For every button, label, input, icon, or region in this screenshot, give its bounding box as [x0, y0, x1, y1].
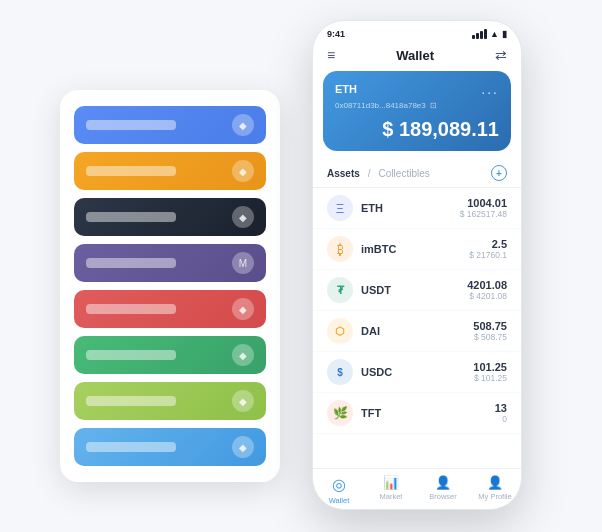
token-amount: 13	[495, 402, 507, 414]
card-label	[86, 396, 176, 406]
token-name: DAI	[361, 325, 473, 337]
card-icon: ◆	[232, 206, 254, 228]
card-icon: M	[232, 252, 254, 274]
token-info: DAI	[361, 325, 473, 337]
eth-card-name: ETH	[335, 83, 357, 95]
token-name: TFT	[361, 407, 495, 419]
nav-wallet[interactable]: ◎ Wallet	[313, 475, 365, 505]
token-amount: 1004.01	[460, 197, 507, 209]
assets-tabs: Assets / Collectibles	[327, 168, 430, 179]
eth-wallet-card[interactable]: ETH ... 0x08711d3b...8418a78e3 ⊡ $ 189,0…	[323, 71, 511, 151]
browser-nav-icon: 👤	[435, 475, 451, 490]
list-item[interactable]: ◆	[74, 152, 266, 190]
card-label	[86, 166, 176, 176]
list-item[interactable]: M	[74, 244, 266, 282]
token-amount: 508.75	[473, 320, 507, 332]
table-row[interactable]: Ξ ETH 1004.01 $ 162517.48	[313, 188, 521, 229]
token-usd: $ 101.25	[473, 373, 507, 383]
status-bar: 9:41 ▲ ▮	[313, 21, 521, 43]
token-values: 4201.08 $ 4201.08	[467, 279, 507, 301]
token-name: imBTC	[361, 243, 469, 255]
wallet-nav-icon: ◎	[332, 475, 346, 494]
card-label	[86, 350, 176, 360]
token-name: USDT	[361, 284, 467, 296]
nav-wallet-label: Wallet	[329, 496, 350, 505]
card-label	[86, 258, 176, 268]
page-title: Wallet	[396, 48, 434, 63]
menu-icon[interactable]: ≡	[327, 47, 335, 63]
token-values: 101.25 $ 101.25	[473, 361, 507, 383]
status-time: 9:41	[327, 29, 345, 39]
token-info: USDT	[361, 284, 467, 296]
table-row[interactable]: ⬡ DAI 508.75 $ 508.75	[313, 311, 521, 352]
eth-card-header: ETH ...	[335, 81, 499, 97]
nav-market[interactable]: 📊 Market	[365, 475, 417, 505]
copy-icon[interactable]: ⊡	[430, 101, 437, 110]
wallet-card-panel: ◆ ◆ ◆ M ◆ ◆ ◆ ◆	[60, 90, 280, 482]
assets-header: Assets / Collectibles +	[313, 159, 521, 188]
table-row[interactable]: ₿ imBTC 2.5 $ 21760.1	[313, 229, 521, 270]
phone-mockup: 9:41 ▲ ▮ ≡ Wallet ⇄ ETH ... 0x08711d3b..…	[312, 20, 522, 510]
token-usd: $ 21760.1	[469, 250, 507, 260]
more-options-icon[interactable]: ...	[481, 81, 499, 97]
card-icon: ◆	[232, 436, 254, 458]
table-row[interactable]: $ USDC 101.25 $ 101.25	[313, 352, 521, 393]
token-amount: 4201.08	[467, 279, 507, 291]
list-item[interactable]: ◆	[74, 336, 266, 374]
token-usd: 0	[495, 414, 507, 424]
token-name: ETH	[361, 202, 460, 214]
list-item[interactable]: ◆	[74, 290, 266, 328]
usdt-icon: ₮	[327, 277, 353, 303]
card-icon: ◆	[232, 390, 254, 412]
usdc-icon: $	[327, 359, 353, 385]
status-icons: ▲ ▮	[472, 29, 507, 39]
eth-icon: Ξ	[327, 195, 353, 221]
phone-header: ≡ Wallet ⇄	[313, 43, 521, 71]
card-label	[86, 212, 176, 222]
token-info: USDC	[361, 366, 473, 378]
token-info: ETH	[361, 202, 460, 214]
card-label	[86, 120, 176, 130]
token-usd: $ 508.75	[473, 332, 507, 342]
nav-profile[interactable]: 👤 My Profile	[469, 475, 521, 505]
bottom-nav: ◎ Wallet 📊 Market 👤 Browser 👤 My Profile	[313, 468, 521, 509]
card-icon: ◆	[232, 160, 254, 182]
profile-nav-icon: 👤	[487, 475, 503, 490]
list-item[interactable]: ◆	[74, 428, 266, 466]
token-values: 508.75 $ 508.75	[473, 320, 507, 342]
wifi-icon: ▲	[490, 29, 499, 39]
tab-divider: /	[368, 168, 371, 179]
tft-icon: 🌿	[327, 400, 353, 426]
nav-browser[interactable]: 👤 Browser	[417, 475, 469, 505]
token-usd: $ 162517.48	[460, 209, 507, 219]
nav-market-label: Market	[380, 492, 403, 501]
token-info: TFT	[361, 407, 495, 419]
card-icon: ◆	[232, 344, 254, 366]
token-values: 1004.01 $ 162517.48	[460, 197, 507, 219]
card-icon: ◆	[232, 114, 254, 136]
list-item[interactable]: ◆	[74, 198, 266, 236]
market-nav-icon: 📊	[383, 475, 399, 490]
card-label	[86, 304, 176, 314]
token-amount: 101.25	[473, 361, 507, 373]
nav-browser-label: Browser	[429, 492, 457, 501]
list-item[interactable]: ◆	[74, 106, 266, 144]
imbtc-icon: ₿	[327, 236, 353, 262]
table-row[interactable]: 🌿 TFT 13 0	[313, 393, 521, 434]
card-icon: ◆	[232, 298, 254, 320]
eth-balance: $ 189,089.11	[335, 118, 499, 141]
table-row[interactable]: ₮ USDT 4201.08 $ 4201.08	[313, 270, 521, 311]
tab-collectibles[interactable]: Collectibles	[379, 168, 430, 179]
list-item[interactable]: ◆	[74, 382, 266, 420]
token-list: Ξ ETH 1004.01 $ 162517.48 ₿ imBTC 2.5 $ …	[313, 188, 521, 468]
dai-icon: ⬡	[327, 318, 353, 344]
eth-address: 0x08711d3b...8418a78e3 ⊡	[335, 101, 499, 110]
token-values: 13 0	[495, 402, 507, 424]
token-name: USDC	[361, 366, 473, 378]
token-values: 2.5 $ 21760.1	[469, 238, 507, 260]
add-token-button[interactable]: +	[491, 165, 507, 181]
scan-icon[interactable]: ⇄	[495, 47, 507, 63]
token-info: imBTC	[361, 243, 469, 255]
tab-assets[interactable]: Assets	[327, 168, 360, 179]
token-amount: 2.5	[469, 238, 507, 250]
